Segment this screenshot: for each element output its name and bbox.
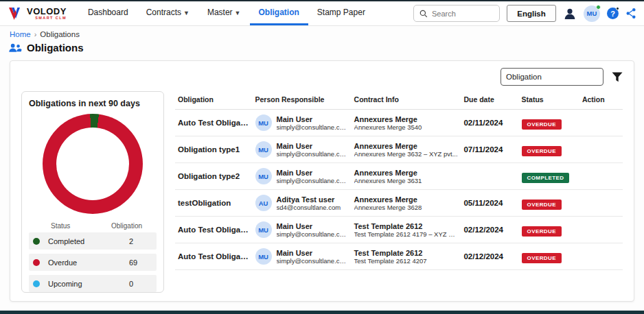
overdue-dot [33, 259, 40, 266]
chevron-down-icon: ▼ [235, 10, 241, 16]
person-name: Main User [277, 115, 349, 123]
breadcrumb-home[interactable]: Home [10, 30, 31, 38]
legend-item-completed: Completed 2 [29, 232, 157, 250]
person-name: Aditya Test user [277, 195, 341, 204]
contract-info: Annexures Merge 3632 – XYZ pvt... [354, 150, 459, 158]
col-person: Person Responsible [253, 91, 352, 110]
breadcrumb-current: Obligations [40, 30, 80, 38]
page-title: Obligations [27, 42, 84, 53]
person-email: simply@consultlane.com [277, 123, 349, 131]
person-email: simply@consultlane.com [277, 177, 349, 184]
action-cell [579, 243, 623, 270]
obligations-chart-panel: Obligations in next 90 days Status Oblig… [21, 91, 164, 293]
donut-chart [43, 114, 143, 214]
help-button[interactable]: ? [607, 8, 619, 19]
volody-logo-icon [8, 7, 23, 21]
contract-name: Test Template 2612 [354, 249, 459, 257]
obligation-name: Obligation type2 [175, 163, 253, 190]
obligation-name: Obligation type1 [175, 136, 253, 163]
online-status-dot [596, 5, 601, 10]
action-cell [579, 110, 623, 136]
brand-tagline: SMART CLM [35, 16, 67, 21]
legend-item-overdue: Overdue 69 [29, 254, 157, 271]
account-avatar[interactable]: MU [584, 5, 600, 22]
filter-icon[interactable] [612, 72, 623, 82]
legend-header-status: Status [51, 222, 111, 230]
contract-info: Annexures Merge 3631 [354, 177, 459, 184]
contract-info: Annexures Merge 3540 [354, 123, 459, 131]
col-action: Action [579, 91, 623, 110]
completed-dot [33, 238, 40, 245]
avatar: MU [255, 168, 272, 184]
obligation-name: testObligation [175, 190, 253, 217]
top-navigation: VOLODY SMART CLM Dashboard Contracts ▼ M… [0, 1, 644, 26]
profile-menu[interactable] [563, 7, 577, 21]
upcoming-dot [33, 280, 40, 287]
nav-item-contracts[interactable]: Contracts ▼ [137, 1, 198, 25]
table-row[interactable]: Auto Test Obligat... MU Main User simply… [175, 217, 623, 243]
person-name: Main User [277, 222, 349, 230]
status-badge: COMPLETED [522, 173, 570, 183]
table-row[interactable]: Obligation type2 MU Main User simply@con… [175, 163, 623, 190]
breadcrumb-separator: › [34, 30, 37, 38]
contract-name: Annexures Merge [354, 169, 459, 177]
table-row[interactable]: Auto Test Obligat... MU Main User simply… [175, 243, 623, 270]
obligation-name: Auto Test Obligat... [175, 110, 253, 136]
col-obligation: Obligation [175, 91, 253, 110]
contract-name: Annexures Merge [354, 115, 459, 123]
col-contract: Contract Info [352, 91, 461, 110]
status-badge: OVERDUE [522, 253, 562, 263]
status-badge: OVERDUE [522, 146, 562, 156]
nav-item-stamp-paper[interactable]: Stamp Paper [308, 1, 374, 25]
group-icon [8, 43, 22, 53]
nav-item-obligation[interactable]: Obligation [250, 1, 308, 25]
status-badge: OVERDUE [522, 119, 562, 130]
table-row[interactable]: Obligation type1 MU Main User simply@con… [175, 136, 623, 163]
contract-info: Annexures Merge 3628 [354, 204, 459, 211]
status-badge: OVERDUE [522, 226, 562, 237]
avatar: MU [255, 221, 272, 238]
table-row[interactable]: testObligation AU Aditya Test user sd4@c… [175, 190, 623, 217]
person-email: simply@consultlane.com [277, 257, 349, 265]
person-email: sd4@consultlane.com [277, 204, 341, 211]
action-cell [579, 136, 623, 163]
contract-name: Annexures Merge [354, 195, 459, 204]
person-name: Main User [277, 142, 349, 150]
obligation-filter [501, 68, 603, 86]
due-date: 02/12/2024 [461, 217, 518, 243]
obligation-name: Auto Test Obligat... [175, 243, 253, 270]
chart-title: Obligations in next 90 days [29, 99, 157, 108]
due-date: 02/11/2024 [461, 110, 518, 136]
avatar: MU [255, 141, 272, 158]
legend-item-upcoming: Upcoming 0 [29, 275, 157, 292]
nav-item-dashboard[interactable]: Dashboard [79, 1, 137, 25]
global-search-input[interactable] [432, 10, 494, 18]
workflow-button[interactable] [625, 8, 637, 19]
legend-header-obligation: Obligation [111, 222, 152, 230]
avatar: MU [255, 114, 272, 131]
person-name: Main User [277, 169, 349, 177]
due-date: 07/11/2024 [461, 136, 518, 163]
table-row[interactable]: Auto Test Obligat... MU Main User simply… [175, 110, 623, 136]
volody-logo[interactable]: VOLODY SMART CLM [8, 1, 67, 25]
obligations-table: Obligation Person Responsible Contract I… [175, 91, 623, 293]
obligation-filter-input[interactable] [506, 73, 612, 81]
language-selector[interactable]: English [507, 5, 556, 22]
avatar: AU [255, 195, 272, 211]
workflow-icon [625, 8, 637, 19]
status-badge: OVERDUE [522, 200, 562, 210]
avatar: MU [255, 248, 272, 265]
due-date: 02/12/2024 [461, 243, 518, 270]
contract-info: Test Template 2612 4207 [354, 257, 459, 265]
breadcrumb: Home › Obligations [0, 26, 644, 40]
search-icon [419, 10, 428, 18]
due-date: 05/11/2024 [461, 190, 518, 217]
nav-item-master[interactable]: Master ▼ [198, 1, 250, 25]
contract-name: Annexures Merge [354, 142, 459, 150]
obligation-name: Auto Test Obligat... [175, 217, 253, 243]
col-status: Status [519, 91, 579, 110]
person-name: Main User [277, 249, 349, 257]
obligations-card: Obligations in next 90 days Status Oblig… [10, 60, 634, 302]
contract-info: Test Template 2612 4179 – XYZ pv... [354, 230, 459, 238]
page-header: Obligations [0, 40, 644, 56]
